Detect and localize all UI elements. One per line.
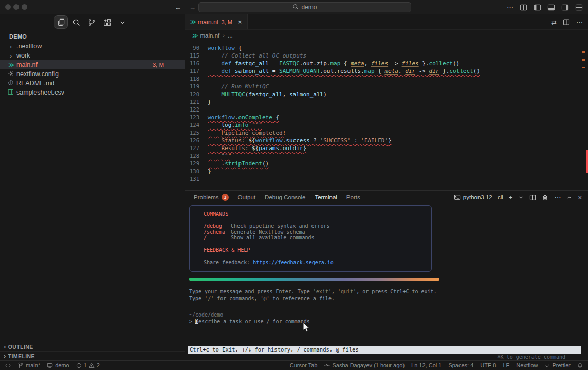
line-number[interactable]: 127 [185, 144, 199, 152]
line-number[interactable]: 115 [185, 52, 199, 60]
line-number[interactable]: 121 [185, 98, 199, 106]
status-language-mode[interactable]: Nextflow [516, 362, 538, 368]
breadcrumb[interactable]: ≫ main.nf › ... [185, 30, 588, 41]
code-line-124[interactable]: 124 log.info """ [185, 121, 588, 129]
status-window-demo[interactable]: demo [47, 362, 69, 368]
status-git-blame[interactable]: Sasha Dagayev (1 hour ago) [324, 362, 405, 368]
status-eol[interactable]: LF [503, 362, 510, 368]
new-terminal-icon[interactable]: + [509, 194, 513, 201]
line-number[interactable]: 128 [185, 152, 199, 160]
search-view-icon[interactable] [70, 16, 83, 28]
code-line-131[interactable]: 131 [185, 175, 588, 183]
line-number[interactable]: 119 [185, 83, 199, 90]
more-actions-icon[interactable]: ⋯ [576, 19, 583, 26]
open-changes-icon[interactable]: ⇄ [551, 19, 557, 26]
back-icon[interactable]: ← [175, 4, 181, 11]
status-cursor-tab[interactable]: Cursor Tab [290, 362, 318, 368]
status-git-branch[interactable]: main* [17, 362, 40, 368]
file-item-.nextflow[interactable]: ›.nextflow [0, 42, 185, 51]
split-terminal-icon[interactable] [529, 194, 536, 201]
terminal-view[interactable]: COMMANDS /debugCheck pipeline syntax and… [185, 204, 588, 360]
line-number[interactable]: 130 [185, 168, 199, 175]
panel-tab-problems[interactable]: Problems3 [189, 191, 233, 204]
maximize-panel-icon[interactable] [566, 195, 572, 200]
breadcrumb-file[interactable]: main.nf [200, 32, 220, 39]
cli-prompt[interactable]: > Describe a task or use / for commands [189, 319, 310, 324]
line-number[interactable]: 120 [185, 90, 199, 98]
code-line-118[interactable]: 118 [185, 75, 588, 83]
macos-close-button[interactable] [5, 4, 11, 10]
launch-profile-chevron-icon[interactable] [518, 195, 524, 200]
split-window-icon[interactable] [520, 4, 527, 11]
code-line-126[interactable]: 126 Status: ${workflow.success ? 'SUCCES… [185, 137, 588, 144]
status-remote-indicator[interactable] [5, 363, 11, 368]
code-line-115[interactable]: 115 // Collect all QC outputs [185, 52, 588, 60]
close-tab-icon[interactable]: × [238, 18, 242, 26]
code-line-120[interactable]: 120 MULTIQC(fastqc_all, salmon_all) [185, 90, 588, 98]
status-indentation[interactable]: Spaces: 4 [448, 362, 473, 368]
line-number[interactable]: 90 [185, 44, 199, 52]
file-item-nextflow.config[interactable]: nextflow.config [0, 69, 185, 79]
file-item-work[interactable]: ›work [0, 51, 185, 60]
line-number[interactable]: 123 [185, 114, 199, 121]
status-encoding[interactable]: UTF-8 [480, 362, 496, 368]
line-number[interactable]: 117 [185, 67, 199, 75]
forward-icon[interactable]: → [189, 4, 196, 11]
toggle-panel-icon[interactable] [547, 4, 555, 11]
panel-tab-debug-console[interactable]: Debug Console [260, 191, 310, 204]
line-number[interactable]: 131 [185, 175, 199, 183]
source-control-icon[interactable] [85, 16, 98, 28]
panel-tab-output[interactable]: Output [233, 191, 261, 204]
panel-tab-ports[interactable]: Ports [342, 191, 365, 204]
code-line-116[interactable]: 116 def fastqc_all = FASTQC.out.zip.map … [185, 60, 588, 67]
kill-terminal-icon[interactable] [542, 194, 548, 201]
line-number[interactable]: 126 [185, 137, 199, 144]
extensions-icon[interactable] [101, 16, 114, 28]
code-line-119[interactable]: 119 // Run MultiQC [185, 83, 588, 90]
code-line-130[interactable]: 130} [185, 168, 588, 175]
chevron-down-icon[interactable] [116, 16, 129, 28]
code-line-127[interactable]: 127 Results: ${params.outdir} [185, 144, 588, 152]
outline-section[interactable]: › OUTLINE [0, 342, 185, 351]
status-cursor-position[interactable]: Ln 12, Col 1 [411, 362, 442, 368]
code-line-129[interactable]: 129 .stripIndent() [185, 160, 588, 168]
explorer-icon[interactable] [54, 16, 67, 28]
breadcrumb-symbol[interactable]: ... [228, 32, 233, 39]
code-line-121[interactable]: 121} [185, 98, 588, 106]
more-actions-icon[interactable]: ⋯ [507, 4, 513, 11]
status-formatter[interactable]: Prettier [545, 362, 571, 368]
code-editor[interactable]: 90workflow {115 // Collect all QC output… [185, 41, 588, 190]
panel-tab-terminal[interactable]: Terminal [310, 191, 341, 204]
toggle-primary-sidebar-icon[interactable] [534, 4, 541, 11]
command-center-search[interactable]: demo [198, 2, 411, 12]
code-line-117[interactable]: 117 def salmon_all = SALMON_QUANT.out.re… [185, 67, 588, 75]
code-line-122[interactable]: 122 [185, 106, 588, 114]
toggle-secondary-sidebar-icon[interactable] [561, 4, 569, 11]
terminal-profile[interactable]: python3.12 - cli [454, 194, 503, 201]
file-item-main.nf[interactable]: ≫main.nf3, M [0, 60, 185, 69]
line-number[interactable]: 129 [185, 160, 199, 168]
line-number[interactable]: 118 [185, 75, 199, 83]
file-item-samplesheet.csv[interactable]: samplesheet.csv [0, 88, 185, 97]
close-panel-icon[interactable]: × [578, 194, 582, 201]
macos-minimize-button[interactable] [13, 4, 19, 10]
tab-main-nf[interactable]: ≫ main.nf 3, M × [185, 14, 248, 29]
code-line-128[interactable]: 128 """ [185, 152, 588, 160]
feedback-link[interactable]: https://feedback.seqera.io [253, 260, 334, 265]
code-line-123[interactable]: 123workflow.onComplete { [185, 114, 588, 121]
explorer-section-label[interactable]: DEMO [0, 30, 185, 42]
code-line-125[interactable]: 125 Pipeline completed! [185, 129, 588, 137]
status-notifications[interactable] [577, 363, 583, 368]
split-editor-icon[interactable] [563, 18, 570, 26]
more-actions-icon[interactable]: ⋯ [554, 194, 561, 201]
code-line-90[interactable]: 90workflow { [185, 44, 588, 52]
line-number[interactable]: 124 [185, 121, 199, 129]
line-number[interactable]: 125 [185, 129, 199, 137]
timeline-section[interactable]: › TIMELINE [0, 351, 185, 360]
file-item-README.md[interactable]: README.md [0, 79, 185, 88]
customize-layout-icon[interactable] [575, 4, 583, 11]
status-problems[interactable]: 12 [76, 362, 100, 368]
macos-zoom-button[interactable] [22, 4, 27, 10]
line-number[interactable]: 116 [185, 60, 199, 67]
line-number[interactable]: 122 [185, 106, 199, 114]
